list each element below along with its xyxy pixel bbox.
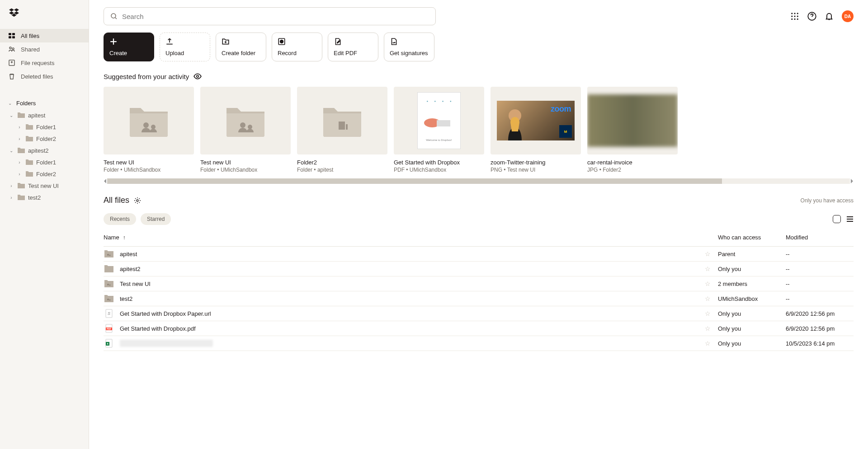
get-signatures-button[interactable]: Get signatures (384, 33, 434, 61)
record-button[interactable]: Record (272, 33, 322, 61)
nav-file-requests[interactable]: File requests (0, 56, 89, 70)
nav-all-files[interactable]: All files (0, 29, 89, 42)
table-row[interactable]: apitest☆Parent-- (104, 247, 854, 262)
files-icon (8, 32, 15, 39)
chevron-down-icon: ⌄ (8, 101, 12, 106)
modified-text: 10/5/2023 6:14 pm (786, 340, 854, 347)
create-folder-button[interactable]: Create folder (216, 33, 266, 61)
star-icon[interactable]: ☆ (705, 280, 711, 287)
access-text: Parent (718, 251, 735, 257)
access-text: Only you (718, 266, 741, 272)
create-button[interactable]: Create (104, 33, 154, 61)
table-row[interactable]: test2☆UMichSandbox-- (104, 291, 854, 306)
trash-icon (8, 73, 15, 80)
column-access-label: Who can access (718, 234, 761, 241)
tree-item[interactable]: ›Folder2 (0, 168, 89, 180)
suggested-meta: Folder • UMichSandbox (104, 167, 194, 173)
search-icon (110, 13, 118, 20)
eye-icon[interactable] (193, 72, 202, 80)
edit-pdf-button[interactable]: Edit PDF (328, 33, 378, 61)
file-name: test2 (120, 295, 132, 302)
file-type-icon (104, 264, 114, 273)
tree-header-folders[interactable]: ⌄ Folders (0, 97, 89, 109)
horizontal-scrollbar[interactable] (104, 178, 854, 184)
help-icon[interactable] (807, 12, 816, 21)
svg-point-30 (137, 200, 138, 201)
apps-grid-icon[interactable] (790, 12, 799, 21)
nav-deleted[interactable]: Deleted files (0, 70, 89, 83)
star-icon[interactable]: ☆ (705, 265, 711, 272)
folder-icon (17, 112, 25, 118)
signature-icon (390, 37, 398, 46)
svg-rect-28 (437, 120, 450, 126)
tree-label: test2 (28, 194, 41, 201)
upload-button[interactable]: Upload (160, 33, 210, 61)
suggested-card[interactable]: Test new UIFolder • UMichSandbox (200, 87, 291, 173)
modified-text: -- (786, 281, 854, 287)
main-content: DA Create Upload Create folder Record (89, 0, 868, 449)
star-icon[interactable]: ☆ (705, 310, 711, 317)
suggested-card[interactable]: Folder2Folder • apitest (297, 87, 387, 173)
star-icon[interactable]: ☆ (705, 295, 711, 302)
star-icon[interactable]: ☆ (705, 250, 711, 257)
dropbox-logo-icon[interactable] (9, 8, 19, 18)
folder-icon (25, 159, 33, 165)
svg-point-9 (794, 13, 795, 14)
folder-icon (17, 147, 25, 154)
tree-label: apitest2 (28, 147, 49, 154)
search-box[interactable] (104, 7, 436, 25)
folder-icon (25, 136, 33, 142)
select-all-checkbox[interactable] (833, 215, 841, 223)
column-name[interactable]: Name ↑ (104, 234, 718, 241)
chevron-icon: › (8, 195, 14, 200)
access-text: Only you (718, 325, 741, 332)
action-label: Create (109, 50, 148, 56)
list-view-icon[interactable] (846, 215, 854, 223)
file-type-icon (104, 279, 114, 288)
table-row[interactable]: X☆Only you10/5/2023 6:14 pm (104, 336, 854, 351)
svg-point-19 (280, 40, 283, 43)
tree-label: Test new UI (28, 182, 59, 189)
suggested-card[interactable]: ●●●●Welcome to Dropbox!Get Started with … (394, 87, 484, 173)
sort-ascending-icon: ↑ (123, 234, 126, 241)
svg-point-8 (791, 13, 793, 14)
column-access[interactable]: Who can access (718, 234, 786, 241)
gear-icon[interactable] (134, 197, 141, 204)
suggested-card[interactable]: Test new UIFolder • UMichSandbox (104, 87, 194, 173)
svg-point-20 (197, 75, 199, 78)
tree-item[interactable]: ›Folder1 (0, 156, 89, 168)
star-icon[interactable]: ☆ (705, 325, 711, 332)
nav-shared[interactable]: Shared (0, 42, 89, 56)
filter-recents[interactable]: Recents (104, 213, 136, 225)
table-row[interactable]: SGet Started with Dropbox Paper.url☆Only… (104, 306, 854, 321)
tree-label: Folder1 (36, 124, 56, 131)
suggested-card[interactable]: car-rental-invoiceJPG • Folder2 (587, 87, 678, 173)
tree-label: Folder2 (36, 136, 56, 142)
nav-label: Shared (21, 46, 40, 53)
star-icon[interactable]: ☆ (705, 340, 711, 347)
tree-item[interactable]: ⌄apitest (0, 109, 89, 121)
tree-item[interactable]: ›Folder1 (0, 121, 89, 133)
nav-label: All files (21, 33, 39, 39)
svg-point-22 (151, 125, 156, 129)
tree-label: apitest (28, 112, 45, 119)
tree-item[interactable]: ›test2 (0, 192, 89, 203)
tree-item[interactable]: ›Folder2 (0, 133, 89, 145)
suggested-meta: PDF • UMichSandbox (394, 167, 484, 173)
suggested-meta: Folder • apitest (297, 167, 387, 173)
column-modified[interactable]: Modified (786, 234, 854, 241)
table-row[interactable]: Test new UI☆2 members-- (104, 276, 854, 291)
tree-item[interactable]: ⌄apitest2 (0, 145, 89, 156)
tree-item[interactable]: ›Test new UI (0, 180, 89, 192)
svg-rect-2 (9, 36, 11, 38)
tree-label: Folder1 (36, 159, 56, 166)
suggested-card[interactable]: zoomMzoom-Twitter-trainingPNG • Test new… (491, 87, 581, 173)
table-row[interactable]: apitest2☆Only you-- (104, 262, 854, 276)
filter-starred[interactable]: Starred (141, 213, 171, 225)
modified-text: 6/9/2020 12:56 pm (786, 325, 854, 332)
table-row[interactable]: PDFGet Started with Dropbox.pdf☆Only you… (104, 321, 854, 336)
avatar[interactable]: DA (842, 10, 854, 22)
search-input[interactable] (122, 13, 429, 20)
column-name-label: Name (104, 234, 119, 241)
bell-icon[interactable] (825, 12, 834, 21)
